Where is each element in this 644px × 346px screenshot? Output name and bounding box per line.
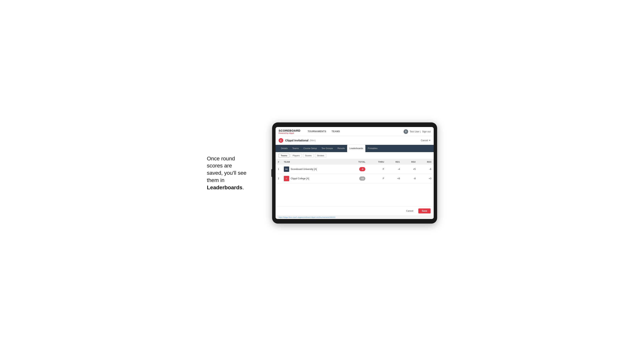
tablet-screen: SCOREBOARD Powered by clippd TOURNAMENTS… (276, 127, 434, 219)
nav-links: TOURNAMENTS TEAMS (305, 127, 342, 136)
filter-bar: Teams Players Scores Strokes (276, 152, 434, 159)
table-row: 2 C Clippd College [A] +3 F +8 -8 +3 (276, 174, 434, 183)
col-total: TOTAL (347, 159, 368, 165)
table-header-row: # TEAM TOTAL THRU RD1 RD2 RD3 (276, 159, 434, 165)
cancel-button[interactable]: Cancel (403, 208, 416, 213)
team-cell: C Clippd College [A] (282, 174, 347, 183)
col-rank: # (276, 159, 282, 165)
tab-details[interactable]: Details (279, 145, 290, 152)
col-rd2: RD2 (402, 159, 418, 165)
rd3-cell: -6 (418, 165, 434, 174)
total-cell: -5 (347, 165, 368, 174)
user-name: Test User | (410, 130, 421, 133)
nav-tournaments[interactable]: TOURNAMENTS (305, 127, 329, 136)
filter-players[interactable]: Players (290, 154, 302, 158)
leaderboard-table: # TEAM TOTAL THRU RD1 RD2 RD3 1 SU Score… (276, 159, 434, 183)
sign-out-button[interactable]: Sign out (422, 130, 430, 133)
tab-course-setup[interactable]: Course Setup (301, 145, 319, 152)
col-rd3: RD3 (418, 159, 434, 165)
team-name: Scoreboard University [A] (291, 168, 317, 171)
tournament-logo: C (279, 138, 283, 143)
tournament-header: C Clippd Invitational (Men) Cancel ✕ (276, 136, 434, 145)
rank-cell: 1 (276, 165, 282, 174)
filter-scores[interactable]: Scores (303, 154, 314, 158)
team-logo: SU (284, 167, 289, 172)
top-nav: SCOREBOARD Powered by clippd TOURNAMENTS… (276, 127, 434, 136)
tab-tee-groups[interactable]: Tee Groups (319, 145, 335, 152)
tab-results[interactable]: Results (335, 145, 347, 152)
page-wrapper: Once round scores are saved, you'll see … (188, 122, 456, 224)
brand-title: SCOREBOARD (279, 129, 300, 132)
thru-cell: F (368, 174, 386, 183)
nav-teams[interactable]: TEAMS (329, 127, 343, 136)
brand-subtitle: Powered by clippd (279, 132, 300, 134)
left-line2: scores are (207, 163, 232, 169)
nav-right: S Test User | Sign out (404, 129, 430, 134)
team-logo: C (284, 176, 289, 181)
left-line1: Once round (207, 156, 235, 162)
col-rd1: RD1 (386, 159, 402, 165)
rd2-cell: -8 (402, 174, 418, 183)
modal-footer: Cancel Save (276, 206, 434, 215)
table-row: 1 SU Scoreboard University [A] -5 F -4 +… (276, 165, 434, 174)
team-name: Clippd College [A] (291, 177, 309, 180)
tab-teams[interactable]: Teams (290, 145, 301, 152)
filter-strokes[interactable]: Strokes (315, 154, 326, 158)
filter-teams[interactable]: Teams (279, 154, 290, 158)
left-line4: them in (207, 177, 224, 183)
tab-leaderboards[interactable]: Leaderboards (347, 145, 365, 152)
avatar: S (404, 129, 408, 134)
left-description: Once round scores are saved, you'll see … (207, 155, 260, 191)
score-badge: +3 (359, 176, 365, 181)
left-line5-bold: Leaderboards (207, 184, 242, 190)
tournament-gender: (Men) (310, 139, 316, 142)
left-line5-end: . (242, 184, 244, 190)
total-cell: +3 (347, 174, 368, 183)
cancel-x-button[interactable]: Cancel ✕ (421, 139, 430, 142)
brand-logo: SCOREBOARD Powered by clippd (279, 129, 300, 134)
thru-cell: F (368, 165, 386, 174)
col-team: TEAM (282, 159, 347, 165)
rd1-cell: -4 (386, 165, 402, 174)
col-thru: THRU (368, 159, 386, 165)
rank-cell: 2 (276, 174, 282, 183)
score-badge: -5 (359, 167, 365, 171)
save-button[interactable]: Save (418, 208, 430, 213)
tab-printables[interactable]: Printables (365, 145, 380, 152)
team-cell: SU Scoreboard University [A] (282, 165, 347, 174)
side-button (271, 169, 272, 177)
url-bar: https://stage-blue-coach.stagescoreboard… (276, 215, 434, 219)
tablet-device: SCOREBOARD Powered by clippd TOURNAMENTS… (272, 122, 437, 224)
tournament-name: Clippd Invitational (285, 139, 308, 142)
rd3-cell: +3 (418, 174, 434, 183)
sub-tabs: Details Teams Course Setup Tee Groups Re… (276, 145, 434, 152)
left-line3: saved, you'll see (207, 170, 246, 176)
rd2-cell: +5 (402, 165, 418, 174)
rd1-cell: +8 (386, 174, 402, 183)
table-spacer (276, 183, 434, 206)
